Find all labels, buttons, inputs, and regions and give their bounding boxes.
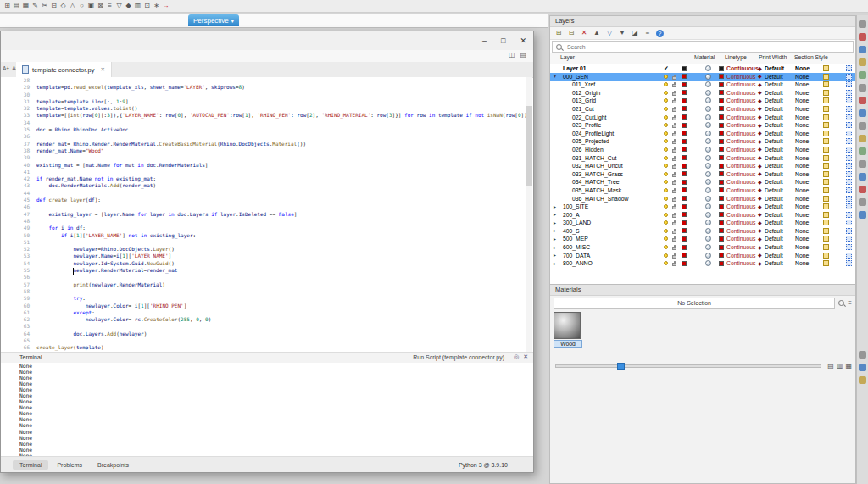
column-header-linetype[interactable]: Linetype <box>725 54 747 60</box>
code-line[interactable]: 64 doc.Layers.Add(newlayer) <box>1 331 526 337</box>
visibility-bulb-icon[interactable] <box>664 107 668 111</box>
code-line[interactable]: 65 <box>1 337 526 344</box>
visibility-bulb-icon[interactable] <box>664 220 668 225</box>
panel-tab-icon-9[interactable] <box>859 122 866 130</box>
linetype-value[interactable]: Continuous <box>726 203 755 209</box>
print-width-value[interactable]: Default <box>765 65 784 71</box>
layer-clip-icon[interactable] <box>823 147 829 153</box>
panel-tab-icon-2[interactable] <box>859 33 866 41</box>
section-style-value[interactable]: None <box>795 97 809 103</box>
layer-clip-icon[interactable] <box>823 179 829 185</box>
section-style-value[interactable]: None <box>795 147 809 153</box>
layer-row[interactable]: 012_OriginContinuous◆DefaultNone <box>550 89 855 97</box>
print-width-value[interactable]: Default <box>765 122 783 128</box>
print-color-swatch[interactable] <box>719 139 724 144</box>
code-line[interactable]: 36 <box>1 133 526 140</box>
linetype-value[interactable]: Continuous <box>726 122 755 128</box>
editor-title-bar[interactable]: –□✕ <box>1 31 533 51</box>
print-color-swatch[interactable] <box>719 82 724 87</box>
layer-clip-icon[interactable] <box>823 220 829 225</box>
linetype-value[interactable]: Continuous <box>726 163 755 169</box>
visibility-bulb-icon[interactable] <box>664 156 668 160</box>
code-line[interactable]: 52 newlayer=Rhino.DocObjects.Layer() <box>1 246 526 253</box>
print-color-swatch[interactable] <box>719 204 724 209</box>
lock-icon[interactable] <box>672 117 676 120</box>
terminal-tab-problems[interactable]: Problems <box>50 460 89 470</box>
code-line[interactable]: 63 <box>1 323 526 330</box>
code-line[interactable]: 51 <box>1 239 526 246</box>
lock-icon[interactable] <box>672 92 676 96</box>
print-color-swatch[interactable] <box>719 98 724 103</box>
visibility-bulb-icon[interactable] <box>664 98 668 103</box>
layer-color-swatch[interactable] <box>682 196 687 201</box>
layer-color-swatch[interactable] <box>682 123 687 128</box>
material-sphere-icon[interactable] <box>705 97 711 103</box>
move-up-icon[interactable]: ▲ <box>593 29 601 37</box>
material-sphere-icon[interactable] <box>705 220 711 225</box>
thumbnail-size-slider[interactable] <box>555 364 821 368</box>
layer-color-swatch[interactable] <box>682 171 687 176</box>
layer-search-box[interactable] <box>552 41 854 53</box>
grid-icon[interactable]: ⊞ <box>3 1 12 11</box>
layer-clip-icon[interactable] <box>823 74 829 80</box>
layer-section-icon[interactable] <box>846 179 852 185</box>
code-line[interactable]: 59 try: <box>1 295 526 302</box>
panel-tab-icon-6[interactable] <box>859 84 866 92</box>
linetype-value[interactable]: Continuous <box>726 220 755 225</box>
layer-clip-icon[interactable] <box>823 171 829 177</box>
visibility-bulb-icon[interactable] <box>664 139 668 143</box>
layer-section-icon[interactable] <box>846 212 852 218</box>
layer-row[interactable]: ▸100_SITEContinuous◆DefaultNone <box>550 203 855 211</box>
code-line[interactable]: 60 newlayer.Color= i[1]['RHINO_PEN'] <box>1 303 526 309</box>
layer-clip-icon[interactable] <box>823 187 829 193</box>
material-sphere-icon[interactable] <box>705 179 711 185</box>
filter-icon[interactable]: ▽ <box>605 29 614 37</box>
lock-icon[interactable] <box>672 247 676 250</box>
pencil-icon[interactable]: ✎ <box>31 1 40 11</box>
print-color-swatch[interactable] <box>719 245 724 250</box>
section-style-value[interactable]: None <box>795 212 809 218</box>
print-width-value[interactable]: Default <box>765 244 783 250</box>
panel-tab-icon-15[interactable] <box>859 198 866 206</box>
visibility-bulb-icon[interactable] <box>664 164 668 168</box>
lock-icon[interactable] <box>672 174 676 177</box>
print-width-value[interactable]: Default <box>765 106 783 112</box>
section-style-value[interactable]: None <box>795 260 809 266</box>
red-arrow-icon[interactable]: → <box>161 1 170 11</box>
code-line[interactable]: 28 <box>1 77 526 84</box>
print-width-value[interactable]: Default <box>765 187 783 193</box>
layer-row[interactable]: ▸500_MEPContinuous◆DefaultNone <box>550 235 855 243</box>
layer-color-swatch[interactable] <box>682 155 687 160</box>
layer-color-swatch[interactable] <box>682 131 687 136</box>
print-width-value[interactable]: Default <box>765 131 783 136</box>
layer-section-icon[interactable] <box>846 228 852 234</box>
viewport-tab-perspective[interactable]: Perspective ▾ <box>188 14 239 26</box>
solid-diamond-icon[interactable]: ◆ <box>124 1 133 11</box>
layer-color-swatch[interactable] <box>682 220 687 225</box>
code-scrollbar[interactable] <box>526 77 532 352</box>
print-width-value[interactable]: Default <box>765 138 783 144</box>
section-style-value[interactable]: None <box>795 187 809 193</box>
panel-tab-icon-1[interactable] <box>859 20 866 28</box>
search-input[interactable] <box>565 43 738 51</box>
code-line[interactable]: 55 newlayer.RenderMaterial=render_mat <box>1 267 526 274</box>
layer-section-icon[interactable] <box>846 220 852 225</box>
layer-section-icon[interactable] <box>846 236 852 242</box>
expand-icon[interactable]: ▸ <box>554 244 556 250</box>
print-width-value[interactable]: Default <box>765 228 783 234</box>
print-color-swatch[interactable] <box>719 236 724 242</box>
panel-tab-icon-4[interactable] <box>859 58 866 66</box>
layer-section-icon[interactable] <box>846 147 852 153</box>
material-sphere-icon[interactable] <box>705 228 711 234</box>
linetype-value[interactable]: Continuous <box>726 244 755 250</box>
linetype-value[interactable]: Continuous <box>726 81 755 87</box>
panel-tab-icon-14[interactable] <box>859 186 866 193</box>
linetype-value[interactable]: Continuous <box>726 187 755 193</box>
visibility-bulb-icon[interactable] <box>664 245 668 249</box>
code-line[interactable]: 48 <box>1 218 526 225</box>
material-sphere-icon[interactable] <box>705 90 711 96</box>
layer-row[interactable]: 035_HATCH_MaskContinuous◆DefaultNone <box>550 186 855 195</box>
layer-section-icon[interactable] <box>846 138 852 144</box>
code-line[interactable]: 42if render_mat.Name not in existing_mat… <box>1 175 526 182</box>
lock-icon[interactable] <box>672 108 676 112</box>
